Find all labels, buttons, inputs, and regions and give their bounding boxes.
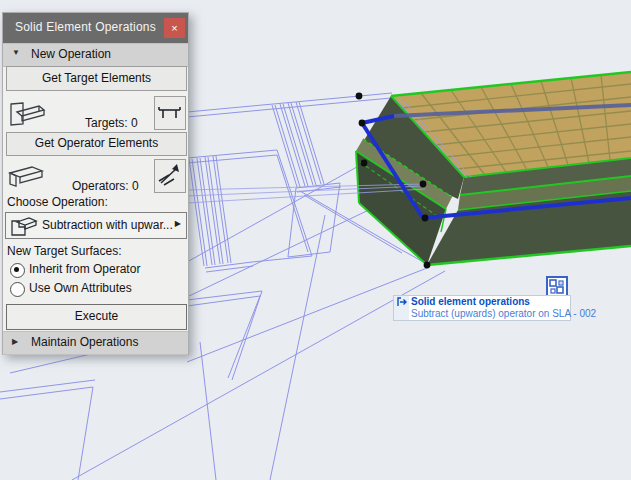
palette-titlebar[interactable]: Solid Element Operations × (3, 13, 188, 43)
operator-elements-icon (6, 160, 46, 193)
section-maintain-operations-label: Maintain Operations (31, 335, 138, 349)
radio-inherit-from-operator[interactable] (10, 263, 25, 278)
target-slab-icon (155, 97, 183, 127)
get-operator-elements-label: Get Operator Elements (35, 136, 158, 150)
close-icon: × (171, 22, 177, 34)
datatip-operation-icon (394, 296, 409, 308)
radio-inherit-label: Inherit from Operator (29, 262, 140, 276)
new-target-surfaces-label: New Target Surfaces: (7, 244, 122, 258)
targets-count: 0 (131, 116, 138, 130)
radio-own-label: Use Own Attributes (29, 281, 132, 295)
dropdown-arrow-icon: ▶ (175, 219, 181, 228)
info-datatip: Solid element operations Subtract (upwar… (393, 295, 571, 321)
execute-button[interactable]: Execute (6, 304, 187, 330)
datatip-title-row: Solid element operations (394, 296, 570, 308)
operation-dropdown[interactable]: Subtraction with upwar... ▶ (5, 212, 187, 239)
close-button[interactable]: × (164, 18, 185, 38)
datatip-indent-cell (394, 308, 409, 320)
datatip-detail: Subtract (upwards) operator on SLA - 002 (409, 308, 596, 320)
application-window: Solid element operations Subtract (upwar… (0, 0, 631, 480)
targets-label: Targets: 0 (85, 116, 138, 130)
section-new-operation-label: New Operation (31, 47, 111, 61)
operator-arrow-icon (155, 160, 183, 190)
target-elements-icon (6, 98, 46, 131)
get-target-elements-button[interactable]: Get Target Elements (6, 66, 187, 91)
get-operator-elements-button[interactable]: Get Operator Elements (6, 132, 187, 156)
chevron-down-icon: ▼ (12, 48, 20, 57)
section-new-operation[interactable]: ▼ New Operation (3, 43, 188, 67)
execute-label: Execute (75, 309, 118, 323)
datatip-detail-row: Subtract (upwards) operator on SLA - 002 (394, 308, 570, 320)
datatip-title: Solid element operations (409, 296, 530, 308)
operation-dropdown-value: Subtraction with upwar... (42, 218, 173, 232)
solid-element-operations-palette: Solid Element Operations × ▼ New Operati… (2, 12, 189, 355)
palette-title: Solid Element Operations (15, 20, 156, 34)
section-maintain-operations[interactable]: ▶ Maintain Operations (3, 331, 188, 355)
operators-count: 0 (132, 179, 139, 193)
chevron-right-icon: ▶ (12, 337, 18, 346)
group-squares-icon (548, 278, 566, 296)
pick-target-button[interactable] (154, 96, 186, 130)
radio-use-own-attributes[interactable] (10, 282, 25, 297)
choose-operation-label: Choose Operation: (7, 195, 108, 209)
subtraction-icon (8, 213, 38, 238)
operators-label: Operators: 0 (72, 179, 139, 193)
pick-operator-button[interactable] (154, 159, 186, 193)
get-target-elements-label: Get Target Elements (42, 71, 151, 85)
